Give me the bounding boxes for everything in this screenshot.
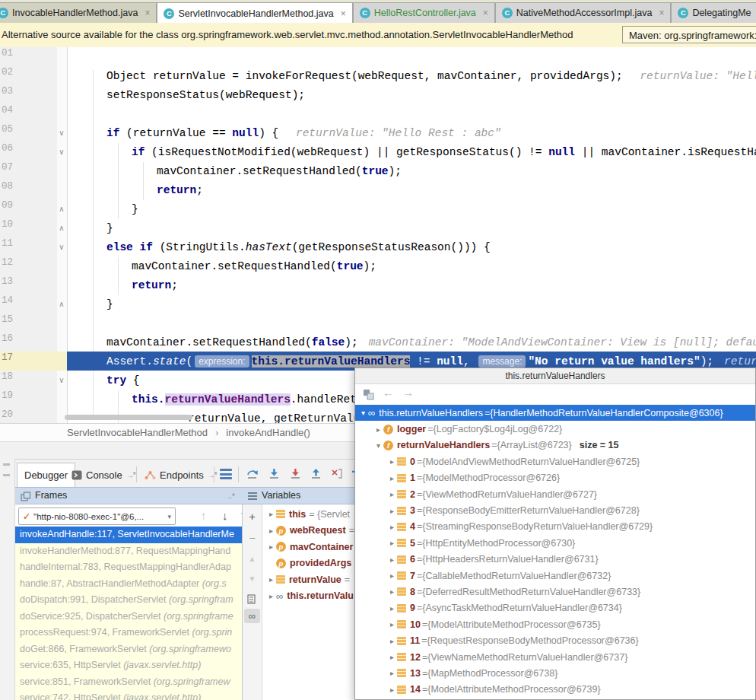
stack-frame-row[interactable]: invokeHandlerMethod:877, RequestMappingH… [15,543,242,560]
stack-frame-row[interactable]: handleInternal:783, RequestMappingHandle… [15,559,242,576]
fold-marker-icon[interactable]: ∨ [56,143,68,162]
chevron-right-icon[interactable]: ▸ [266,542,276,551]
editor-tab-3[interactable]: CHelloRestController.java× [353,2,495,23]
popup-tree-row[interactable]: ▸7 = {CallableMethodReturnValueHandler@6… [355,568,755,584]
popup-tree-row[interactable]: ▸flogger = {LogFactory$Log4jLog@6722} [355,421,755,437]
popup-tree-row[interactable]: ▸10 = {ModelAttributeMethodProcessor@673… [355,616,755,632]
chevron-right-icon[interactable]: ▸ [387,457,397,466]
chevron-right-icon[interactable]: ▸ [387,637,397,645]
remove-watch-button[interactable]: − [243,530,262,546]
frames-panel-header[interactable]: Frames →* [15,487,242,504]
fold-marker-icon[interactable]: ∨ [56,238,68,257]
chevron-right-icon[interactable]: ▸ [387,669,397,677]
chevron-down-icon[interactable]: ▾ [358,409,368,417]
code-editor[interactable]: 0102030405060708091011121314151617181920… [0,47,756,423]
popup-tree-row[interactable]: ▾freturnValueHandlers = {ArrayList@6723}… [355,438,755,453]
stack-frame-row[interactable]: service:742, HttpServlet (javax.servlet.… [15,690,242,700]
chevron-right-icon[interactable]: ▸ [266,510,276,518]
chevron-right-icon[interactable]: ▸ [266,592,276,600]
stack-frame-row[interactable]: doDispatch:991, DispatcherServlet (org.s… [15,592,242,609]
step-over-button[interactable] [246,467,259,480]
popup-tree-row[interactable]: ▸9 = {AsyncTaskMethodReturnValueHandler@… [355,600,755,616]
fold-marker-icon[interactable]: ∧ [56,200,68,219]
chevron-right-icon[interactable]: ▸ [387,604,397,612]
chevron-right-icon[interactable]: ▸ [387,507,397,515]
move-watch-up-button[interactable]: ▲ [243,551,262,568]
popup-tree-row[interactable]: ▾∞this.returnValueHandlers = {HandlerMet… [355,405,755,421]
tab-close-icon[interactable]: × [341,8,346,19]
thread-dropdown[interactable]: ✓ "http-nio-8080-exec-1"@6,... ▾ [18,508,176,525]
next-frame-button[interactable]: ↓ [222,509,228,522]
chevron-right-icon[interactable]: ▸ [387,539,397,547]
stack-frame-row[interactable]: processRequest:974, FrameworkServlet (or… [15,625,242,641]
fold-marker-icon[interactable]: ∧ [56,219,68,238]
fold-marker-icon[interactable]: ∨ [56,371,68,390]
chevron-right-icon[interactable]: ▸ [387,555,397,564]
move-watch-down-button[interactable]: ▼ [243,571,262,587]
tab-close-icon[interactable]: × [145,8,150,18]
popup-tree-row[interactable]: ▸11 = {RequestResponseBodyMethodProcesso… [355,632,755,648]
chevron-right-icon[interactable]: ▸ [373,425,383,434]
breadcrumb-class[interactable]: ServletInvocableHandlerMethod [67,427,208,438]
popup-tree-row[interactable]: ▸4 = {StreamingResponseBodyReturnValueHa… [355,519,755,535]
tab-close-icon[interactable]: × [483,8,488,18]
choose-sources-button[interactable]: Maven: org.springframework:sprin [622,26,756,43]
chevron-right-icon[interactable]: ▸ [387,620,397,628]
popup-tree-row[interactable]: ▸6 = {HttpHeadersReturnValueHandler@6731… [355,552,755,568]
stack-frame-row[interactable]: doService:925, DispatcherServlet (org.sp… [15,609,242,625]
tab-close-icon[interactable]: × [659,8,664,18]
popup-tree-row[interactable]: ▸13 = {MapMethodProcessor@6738} [355,665,755,681]
popup-tree-row[interactable]: ▸5 = {HttpEntityMethodProcessor@6730} [355,535,755,551]
popup-tree-row[interactable]: ▸8 = {DeferredResultMethodReturnValueHan… [355,584,755,600]
popup-tree-row[interactable]: ▸12 = {ViewNameMethodReturnValueHandler@… [355,649,755,665]
debugger-inline-hint: mavContainer: "ModelAndViewContainer: Vi… [369,336,756,348]
add-watch-button[interactable]: + [243,508,262,525]
editor-tab-1[interactable]: CInvocableHandlerMethod.java× [0,2,157,23]
editor-tab-5[interactable]: CDelegatingMe× [671,2,756,23]
fold-marker-icon[interactable]: ∧ [56,295,68,314]
popup-tree-row[interactable]: ▸0 = {ModelAndViewMethodReturnValueHandl… [355,453,755,469]
show-watches-toggle[interactable]: ∞ [244,609,260,623]
chevron-right-icon[interactable]: ▸ [387,523,397,531]
chevron-right-icon[interactable]: ▸ [387,653,397,661]
equals-sign: = [417,521,422,532]
stack-frame-row[interactable]: invokeAndHandle:117, ServletInvocableHan… [15,527,242,543]
chevron-right-icon[interactable]: ▸ [387,587,397,596]
duplicate-watch-button[interactable] [243,592,262,609]
layout-options-icon[interactable] [220,469,232,482]
back-icon[interactable]: ← [383,386,394,399]
chevron-right-icon[interactable]: ▸ [266,575,276,584]
popup-tree-row[interactable]: ▸3 = {ResponseBodyEmitterReturnValueHand… [355,502,755,518]
chevron-right-icon[interactable]: ▸ [387,686,397,694]
fold-marker-icon[interactable]: ∨ [56,124,68,143]
chevron-right-icon[interactable]: ▸ [387,474,397,482]
chevron-right-icon[interactable]: ▸ [387,490,397,498]
equals-sign: = [422,619,427,630]
value-text: {RequestResponseBodyMethodProcessor@6736… [427,635,639,646]
forward-icon[interactable]: → [402,386,414,399]
chevron-right-icon[interactable]: ▸ [387,571,397,580]
force-step-into-button[interactable] [289,467,302,480]
stack-frame-row[interactable]: service:851, FrameworkServlet (org.sprin… [15,674,242,691]
editor-horizontal-scrollbar[interactable] [65,415,192,420]
chevron-right-icon[interactable]: ▸ [266,527,276,535]
editor-tab-4[interactable]: CNativeMethodAccessorImpl.java× [495,2,672,23]
value-text: {ViewMethodReturnValueHandler@6727} [422,489,597,500]
step-out-button[interactable] [310,467,322,480]
popup-tree-row[interactable]: ▸2 = {ViewMethodReturnValueHandler@6727} [355,486,755,502]
previous-frame-button[interactable]: ↑ [201,509,207,522]
popup-tree-row[interactable]: ▸14 = {ModelAttributeMethodProcessor@673… [355,682,755,698]
editor-tab-2[interactable]: CServletInvocableHandlerMethod.java× [157,2,352,24]
tab-endpoints[interactable]: Endpoints →* [138,463,224,487]
editor-tab-label: DelegatingMe [692,8,751,18]
step-into-button[interactable] [268,467,281,480]
chevron-down-icon[interactable]: ▾ [373,441,383,450]
breadcrumb-method[interactable]: invokeAndHandle() [226,427,310,438]
stack-frame-row[interactable]: doGet:866, FrameworkServlet (org.springf… [15,641,242,658]
popup-tree-row[interactable]: ▸1 = {ModelMethodProcessor@6726} [355,470,755,486]
stack-frame-row[interactable]: handle:87, AbstractHandlerMethodAdapter … [15,576,242,593]
drop-frame-button[interactable] [330,467,343,480]
inspect-icon[interactable] [363,389,374,400]
stack-frame-row[interactable]: service:635, HttpServlet (javax.servlet.… [15,657,242,674]
tab-console[interactable]: Console →* [65,463,142,487]
